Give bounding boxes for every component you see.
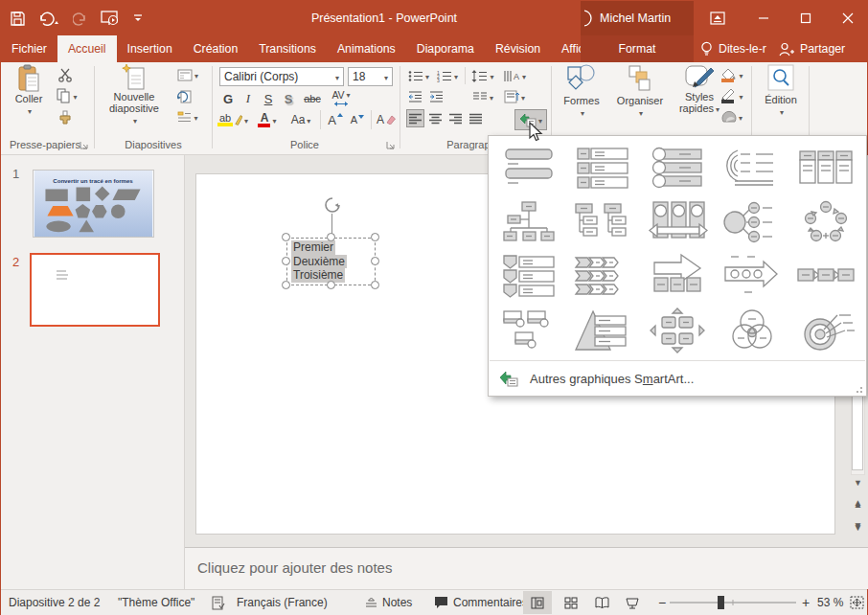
resize-handle-ne[interactable] [371,233,379,241]
slide-layout-button[interactable] [173,66,202,83]
undo-button[interactable] [38,7,59,30]
increase-indent-button[interactable] [427,88,445,105]
smartart-layout-basic-cycle[interactable] [788,195,863,250]
zoom-in-button[interactable]: + [802,590,810,615]
comments-toggle[interactable]: Commentaires [434,590,528,615]
shape-effects-button[interactable] [718,108,746,125]
columns-button[interactable] [469,88,496,105]
smartart-layout-picture-accent-process[interactable] [640,195,715,250]
align-text-dropdown-arrow-icon[interactable] [519,90,525,103]
dropdown-resize-grip[interactable] [855,384,864,394]
bullets-dropdown-arrow-icon[interactable] [423,69,429,82]
reading-view-button[interactable] [587,591,616,614]
shapes-button[interactable]: Formes [556,64,607,118]
rotate-handle-icon[interactable] [324,196,341,214]
text-shadow-button[interactable]: S [280,90,297,107]
editing-button[interactable]: Édition [758,64,804,117]
font-size-combo[interactable]: 18 [348,67,393,86]
smartart-layout-nested-target[interactable] [788,304,863,358]
font-color-dropdown-arrow-icon[interactable] [270,113,276,126]
numbering-button[interactable]: 123 [435,67,460,84]
close-button[interactable] [827,1,868,35]
shape-outline-button[interactable] [718,87,746,104]
tell-me-button[interactable]: Dites-le-r [700,35,766,62]
start-slideshow-button[interactable] [101,7,120,30]
arrange-dropdown-arrow-icon[interactable] [637,106,643,118]
customize-qat-button[interactable] [133,7,143,30]
cut-button[interactable] [55,66,76,83]
next-slide-button[interactable]: ▼▼ [851,519,865,535]
text-direction-dropdown-arrow-icon[interactable] [520,69,526,82]
copy-dropdown-arrow-icon[interactable] [71,89,77,102]
reset-slide-button[interactable] [173,87,194,104]
proofing-status-icon[interactable] [212,590,225,615]
italic-button[interactable]: I [240,90,257,107]
paste-dropdown-arrow-icon[interactable] [26,104,32,116]
smartart-layout-arrow-process[interactable] [566,249,641,304]
zoom-slider-thumb[interactable] [718,596,724,609]
resize-handle-sw[interactable] [282,281,290,289]
font-dialog-launcher[interactable] [386,141,396,150]
notes-pane[interactable]: Cliquez pour ajouter des notes [185,547,868,589]
text-line-1[interactable]: Premier [291,240,335,255]
smartart-layout-pyramid-list[interactable] [566,304,641,358]
grow-font-button[interactable]: A [326,110,345,129]
smartart-layout-hierarchy[interactable] [566,195,641,250]
numbering-dropdown-arrow-icon[interactable] [452,69,458,82]
align-center-button[interactable] [426,109,445,127]
layout-dropdown-arrow-icon[interactable] [193,68,198,81]
section-dropdown-arrow-icon[interactable] [192,110,197,124]
shapes-dropdown-arrow-icon[interactable] [579,106,584,118]
share-button[interactable]: Partager [779,35,845,62]
justify-button[interactable] [467,109,485,127]
effects-dropdown-arrow-icon[interactable] [737,110,742,124]
align-right-button[interactable] [446,109,465,127]
zoom-out-button[interactable]: − [658,590,666,615]
tab-accueil[interactable]: Accueil [57,35,117,62]
line-spacing-dropdown-arrow-icon[interactable] [488,69,493,82]
smartart-layout-vertical-bullet-list[interactable] [491,141,566,195]
smartart-layout-continuous-picture-list[interactable] [715,141,789,195]
tab-fichier[interactable]: Fichier [1,35,57,62]
smartart-layout-diverging-arrows-matrix[interactable] [640,304,715,358]
tab-animations[interactable]: Animations [327,35,406,62]
font-name-combo[interactable]: Calibri (Corps) [219,67,344,86]
resize-handle-e[interactable] [371,257,379,265]
clipboard-dialog-launcher[interactable] [80,141,89,150]
arrange-button[interactable]: Organiser [610,64,670,118]
text-direction-button[interactable]: A [500,67,529,84]
paste-button[interactable]: Coller [9,64,49,116]
align-text-button[interactable] [500,88,529,105]
account-block[interactable]: Michel Martin [581,1,694,35]
tab-diaporama[interactable]: Diaporama [406,35,485,62]
tab-transitions[interactable]: Transitions [248,35,327,62]
minimize-button[interactable] [742,1,785,35]
new-slide-button[interactable]: Nouvelle diapositive [100,64,169,125]
slideshow-view-button[interactable] [618,591,647,614]
theme-indicator[interactable]: "Thème Office" [118,590,194,615]
bullets-button[interactable] [406,67,431,84]
font-size-dropdown-arrow-icon[interactable] [382,70,388,83]
resize-handle-w[interactable] [282,257,290,265]
clear-formatting-button[interactable]: A [375,110,398,129]
slide-indicator[interactable]: Diapositive 2 de 2 [9,590,100,615]
tab-creation[interactable]: Création [183,35,248,62]
highlight-dropdown-arrow-icon[interactable] [242,113,248,126]
decrease-indent-button[interactable] [406,88,423,105]
font-name-dropdown-arrow-icon[interactable] [333,70,339,83]
language-indicator[interactable]: Français (France) [237,590,328,615]
smartart-layout-horizontal-picture-list[interactable] [788,141,863,195]
save-button[interactable] [11,7,25,30]
change-case-button[interactable]: Aa [286,110,315,129]
new-slide-dropdown-arrow-icon[interactable] [131,114,137,125]
notes-placeholder[interactable]: Cliquez pour ajouter des notes [197,559,392,576]
copy-button[interactable] [53,87,81,104]
scroll-down-button[interactable]: ▼ [851,475,865,490]
strikethrough-button[interactable]: abc [300,90,325,107]
highlight-color-button[interactable]: ab [217,110,248,129]
text-line-2[interactable]: Deuxième [291,255,347,269]
redo-button[interactable] [73,7,87,30]
zoom-slider[interactable] [670,590,796,615]
smartart-layout-upward-arrow-process[interactable] [640,249,715,304]
bold-button[interactable]: G [219,90,237,107]
